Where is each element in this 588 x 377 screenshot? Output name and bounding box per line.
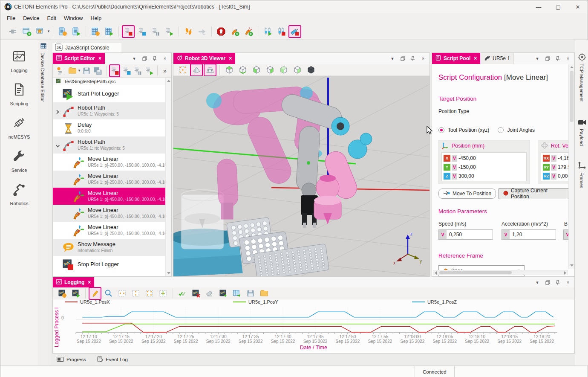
add-robot-tool-icon[interactable] (242, 25, 255, 38)
script-pause-icon[interactable] (149, 25, 162, 38)
float-panel-icon[interactable] (545, 279, 551, 285)
start-devices-icon[interactable] (70, 25, 83, 38)
sidebar-item-logging[interactable]: Logging (0, 49, 38, 73)
scroll-left-icon[interactable] (435, 271, 437, 275)
right-sidebar-item-payload[interactable]: Payload (579, 129, 584, 146)
float-panel-icon[interactable] (545, 55, 551, 61)
speed-input[interactable]: V 0,250 (438, 229, 493, 240)
scroll-up-icon[interactable] (570, 66, 574, 68)
variable-chip[interactable]: V (502, 230, 510, 239)
panel-menu-icon[interactable]: ▾ (131, 55, 137, 61)
view-front-icon[interactable] (277, 64, 290, 76)
axis-value[interactable]: 300,00 (458, 173, 474, 179)
open-script-icon[interactable] (67, 64, 77, 77)
pin-panel-icon[interactable] (555, 279, 561, 285)
show-grid-icon[interactable] (204, 64, 216, 76)
export-table-icon[interactable] (231, 287, 243, 300)
save-script-icon[interactable] (81, 64, 92, 77)
export-plot-icon[interactable] (217, 287, 230, 300)
cut-plane-icon[interactable] (190, 64, 203, 76)
pin-panel-icon[interactable] (555, 55, 561, 61)
menu-edit[interactable]: Edit (43, 14, 60, 23)
close-panel-icon[interactable]: × (162, 55, 168, 61)
axis-value[interactable]: -450,00 (458, 155, 476, 161)
script-step-start-plot-logger[interactable]: Start Plot Logger (53, 85, 166, 102)
pin-panel-icon[interactable] (410, 55, 416, 61)
sidebar-item-nemesys[interactable]: neMESYS (0, 116, 38, 139)
chevron-down-icon[interactable]: ▼ (78, 69, 81, 72)
tool-position-radio[interactable] (438, 127, 444, 133)
maximize-button[interactable]: ▢ (548, 0, 568, 13)
script-step-show-message[interactable]: Show MessageInformation: Finish (53, 239, 166, 256)
scrollbar-thumb[interactable] (439, 271, 512, 274)
skip-step-icon[interactable] (196, 25, 208, 38)
pin-panel-icon[interactable] (152, 55, 158, 61)
joint-angles-radio[interactable] (498, 127, 504, 133)
script-step-stop-plot-logger[interactable]: Stop Plot Logger (53, 256, 166, 273)
chart-config-icon[interactable] (56, 287, 69, 300)
float-panel-icon[interactable] (400, 55, 406, 61)
script-step-move-linear[interactable]: Move LinearUR5e 1: p[-250.00, -150.00, 1… (53, 222, 166, 239)
float-panel-icon[interactable] (141, 55, 147, 61)
panel-menu-icon[interactable]: ▾ (534, 55, 540, 61)
dosing-start-icon[interactable] (261, 25, 274, 38)
tcp-icon[interactable] (577, 52, 587, 64)
dosing-abort-icon[interactable] (288, 25, 301, 38)
disconnect-icon[interactable] (7, 25, 20, 38)
emergency-stop-icon[interactable] (215, 25, 228, 38)
variable-chip[interactable]: V (551, 173, 556, 180)
sidebar-item-scripting[interactable]: Scripting (0, 82, 38, 106)
save-log-icon[interactable] (244, 287, 257, 300)
legend-item[interactable]: UR5e_1.PosX (65, 299, 110, 304)
configure-modules-icon[interactable] (89, 25, 102, 38)
scroll-down-icon[interactable] (167, 272, 170, 274)
zoom-box-icon[interactable] (143, 287, 156, 300)
tab-robot-3d-viewer[interactable]: Robot 3D Viewer × (173, 53, 235, 64)
iso-view-icon[interactable] (305, 64, 317, 76)
progress-toggle[interactable]: Progress (57, 357, 86, 362)
close-button[interactable]: ✕ (568, 0, 588, 13)
script-stop-icon[interactable] (122, 25, 135, 38)
robot-3d-scene[interactable]: z x y (173, 76, 429, 276)
acceleration-input[interactable]: V 1,20 (502, 229, 556, 240)
variable-chip[interactable]: V (439, 230, 447, 239)
script-step-move-linear[interactable]: Move LinearUR5e 1: p[-250.00, -150.00, 3… (53, 171, 166, 188)
move-to-position-button[interactable]: Move To Position (438, 188, 496, 199)
view-left-icon[interactable] (250, 64, 263, 76)
menu-help[interactable]: Help (86, 14, 105, 23)
view-back-icon[interactable] (291, 64, 304, 76)
view-bottom-icon[interactable] (236, 64, 249, 76)
stop-script-icon[interactable] (109, 64, 120, 77)
variable-chip[interactable]: V (551, 164, 556, 171)
zoom-icon[interactable] (102, 287, 115, 300)
pool-h-scrollbar[interactable] (433, 270, 568, 275)
menu-file[interactable]: File (3, 14, 19, 23)
tab-javascript-console[interactable]: JS JavaScript Console (52, 43, 121, 52)
tab-logging[interactable]: Logging × (53, 277, 94, 287)
close-panel-icon[interactable]: × (420, 55, 426, 61)
capture-current-position-button[interactable]: Capture Current Position (499, 188, 569, 199)
menu-device[interactable]: Device (19, 14, 43, 23)
minimize-button[interactable]: — (529, 0, 548, 13)
start-modules-icon[interactable] (103, 25, 115, 38)
script-step-move-linear[interactable]: Move LinearUR5e 1: p[-450.00, -150.00, 1… (53, 205, 166, 222)
variable-chip[interactable]: V (452, 173, 457, 180)
chart-start-icon[interactable] (69, 287, 82, 300)
tab-script-editor[interactable]: Script Editor × (53, 53, 105, 64)
add-robot-icon[interactable] (228, 25, 241, 38)
sidebar-item-service[interactable]: Service (0, 149, 38, 173)
script-run-icon[interactable] (163, 25, 176, 38)
tab-ur5e-1[interactable]: UR5e 1 (480, 53, 514, 64)
view-top-icon[interactable] (223, 64, 236, 76)
more-tools-icon[interactable]: » (161, 64, 171, 77)
axis-value[interactable]: 0,00 (558, 173, 568, 179)
menu-window[interactable]: Window (60, 14, 86, 23)
close-panel-icon[interactable]: × (565, 279, 571, 285)
legend-item[interactable]: UR5e_1.PosZ (412, 299, 457, 304)
marker-icon[interactable] (89, 287, 101, 300)
frames-icon[interactable] (577, 161, 587, 172)
title-bar[interactable]: CETONI Elements Pro - C:\Users\Public\Do… (0, 0, 588, 13)
close-tab-icon[interactable]: × (229, 55, 232, 61)
pool-v-scrollbar[interactable] (568, 64, 574, 269)
new-script-icon[interactable] (56, 64, 66, 77)
